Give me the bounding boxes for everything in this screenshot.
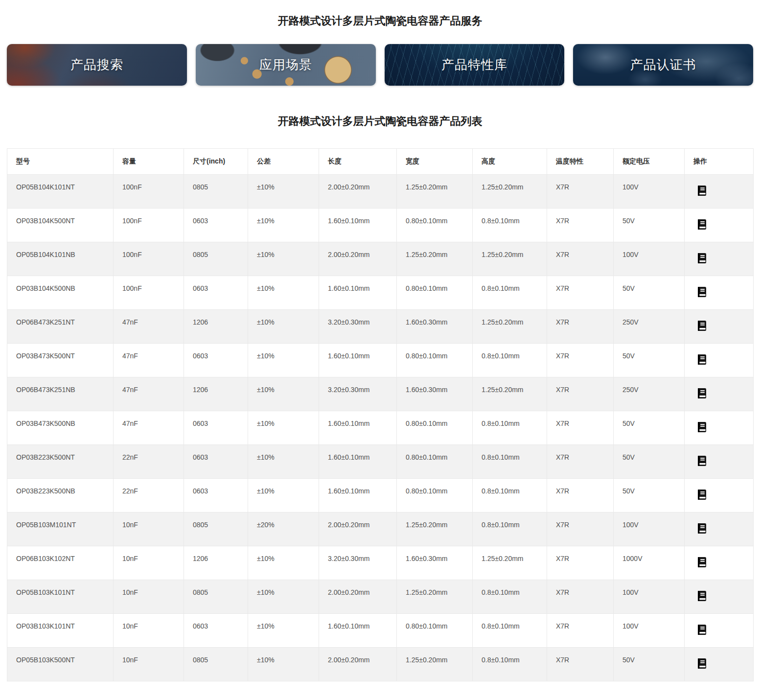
table-row: OP06B473K251NT47nF1206±10%3.20±0.30mm1.6…	[7, 310, 754, 344]
page-title: 开路模式设计多层片式陶瓷电容器产品服务	[7, 0, 753, 44]
cell-model: OP03B473K500NB	[7, 411, 114, 445]
cell-rated-voltage: 1000V	[614, 546, 685, 580]
cell-tolerance: ±10%	[248, 310, 319, 344]
cell-rated-voltage: 100V	[614, 242, 685, 276]
cell-tolerance: ±10%	[248, 175, 319, 209]
product-table-body: OP05B104K101NT100nF0805±10%2.00±0.20mm1.…	[7, 175, 754, 681]
cell-width: 1.25±0.20mm	[397, 513, 473, 546]
nav-card-certificates[interactable]: 产品认证书	[573, 44, 753, 86]
cell-temp-char: X7R	[547, 209, 614, 242]
book-icon	[697, 219, 707, 230]
cell-height: 0.8±0.10mm	[473, 614, 547, 648]
book-icon	[697, 523, 707, 534]
nav-card-feature-library-label: 产品特性库	[441, 56, 507, 73]
view-datasheet-button[interactable]	[697, 253, 707, 263]
cell-length: 1.60±0.10mm	[319, 614, 397, 648]
cell-action	[685, 546, 754, 580]
cell-temp-char: X7R	[547, 411, 614, 445]
view-datasheet-button[interactable]	[697, 422, 707, 432]
cell-action	[685, 310, 754, 344]
cell-width: 1.25±0.20mm	[397, 648, 473, 681]
view-datasheet-button[interactable]	[697, 186, 707, 196]
col-header-tolerance: 公差	[248, 149, 319, 175]
cell-size: 0805	[184, 648, 248, 681]
cell-tolerance: ±10%	[248, 580, 319, 614]
cell-capacity: 47nF	[114, 377, 184, 411]
cell-size: 0603	[184, 479, 248, 513]
nav-card-application-scenarios[interactable]: 应用场景	[196, 44, 376, 86]
table-row: OP03B103K101NT10nF0603±10%1.60±0.10mm0.8…	[7, 614, 754, 648]
cell-length: 3.20±0.30mm	[319, 377, 397, 411]
view-datasheet-button[interactable]	[697, 388, 707, 398]
cell-size: 0805	[184, 513, 248, 546]
cell-model: OP03B104K500NT	[7, 209, 114, 242]
view-datasheet-button[interactable]	[697, 557, 707, 567]
cell-capacity: 47nF	[114, 344, 184, 377]
cell-temp-char: X7R	[547, 513, 614, 546]
view-datasheet-button[interactable]	[697, 523, 707, 534]
cell-width: 0.80±0.10mm	[397, 411, 473, 445]
cell-model: OP03B104K500NB	[7, 276, 114, 310]
cell-capacity: 10nF	[114, 614, 184, 648]
view-datasheet-button[interactable]	[697, 625, 707, 635]
nav-card-feature-library[interactable]: 产品特性库	[385, 44, 565, 86]
cell-height: 1.25±0.20mm	[473, 377, 547, 411]
cell-model: OP05B104K101NT	[7, 175, 114, 209]
cell-rated-voltage: 250V	[614, 310, 685, 344]
cell-size: 0603	[184, 344, 248, 377]
cell-width: 0.80±0.10mm	[397, 344, 473, 377]
cell-action	[685, 479, 754, 513]
cell-temp-char: X7R	[547, 614, 614, 648]
nav-cards: 产品搜索 应用场景 产品特性库 产品认证书	[7, 44, 753, 86]
cell-length: 2.00±0.20mm	[319, 175, 397, 209]
view-datasheet-button[interactable]	[697, 287, 707, 297]
cell-height: 1.25±0.20mm	[473, 242, 547, 276]
cell-rated-voltage: 250V	[614, 377, 685, 411]
view-datasheet-button[interactable]	[697, 219, 707, 230]
cell-capacity: 10nF	[114, 648, 184, 681]
cell-rated-voltage: 100V	[614, 513, 685, 546]
cell-size: 0603	[184, 445, 248, 479]
view-datasheet-button[interactable]	[697, 658, 707, 669]
cell-size: 0805	[184, 580, 248, 614]
cell-tolerance: ±10%	[248, 648, 319, 681]
view-datasheet-button[interactable]	[697, 591, 707, 601]
book-icon	[697, 490, 707, 500]
cell-height: 0.8±0.10mm	[473, 479, 547, 513]
view-datasheet-button[interactable]	[697, 490, 707, 500]
cell-length: 1.60±0.10mm	[319, 445, 397, 479]
cell-length: 2.00±0.20mm	[319, 513, 397, 546]
cell-size: 0603	[184, 614, 248, 648]
nav-card-product-search[interactable]: 产品搜索	[7, 44, 187, 86]
book-icon	[697, 287, 707, 297]
col-header-capacity: 容量	[114, 149, 184, 175]
cell-temp-char: X7R	[547, 546, 614, 580]
table-row: OP05B103M101NT10nF0805±20%2.00±0.20mm1.2…	[7, 513, 754, 546]
cell-width: 1.60±0.30mm	[397, 310, 473, 344]
cell-model: OP05B104K101NB	[7, 242, 114, 276]
cell-rated-voltage: 50V	[614, 445, 685, 479]
view-datasheet-button[interactable]	[697, 321, 707, 331]
cell-capacity: 22nF	[114, 445, 184, 479]
cell-temp-char: X7R	[547, 310, 614, 344]
list-title: 开路模式设计多层片式陶瓷电容器产品列表	[7, 86, 753, 148]
view-datasheet-button[interactable]	[697, 354, 707, 365]
cell-rated-voltage: 50V	[614, 209, 685, 242]
cell-width: 0.80±0.10mm	[397, 276, 473, 310]
book-icon	[697, 658, 707, 669]
cell-size: 0805	[184, 242, 248, 276]
book-icon	[697, 456, 707, 466]
cell-width: 1.25±0.20mm	[397, 175, 473, 209]
col-header-size: 尺寸(inch)	[184, 149, 248, 175]
cell-width: 1.60±0.30mm	[397, 377, 473, 411]
cell-height: 0.8±0.10mm	[473, 580, 547, 614]
col-header-length: 长度	[319, 149, 397, 175]
cell-action	[685, 580, 754, 614]
cell-tolerance: ±10%	[248, 445, 319, 479]
cell-tolerance: ±10%	[248, 377, 319, 411]
cell-height: 0.8±0.10mm	[473, 445, 547, 479]
cell-action	[685, 513, 754, 546]
table-row: OP06B473K251NB47nF1206±10%3.20±0.30mm1.6…	[7, 377, 754, 411]
view-datasheet-button[interactable]	[697, 456, 707, 466]
cell-length: 1.60±0.10mm	[319, 276, 397, 310]
